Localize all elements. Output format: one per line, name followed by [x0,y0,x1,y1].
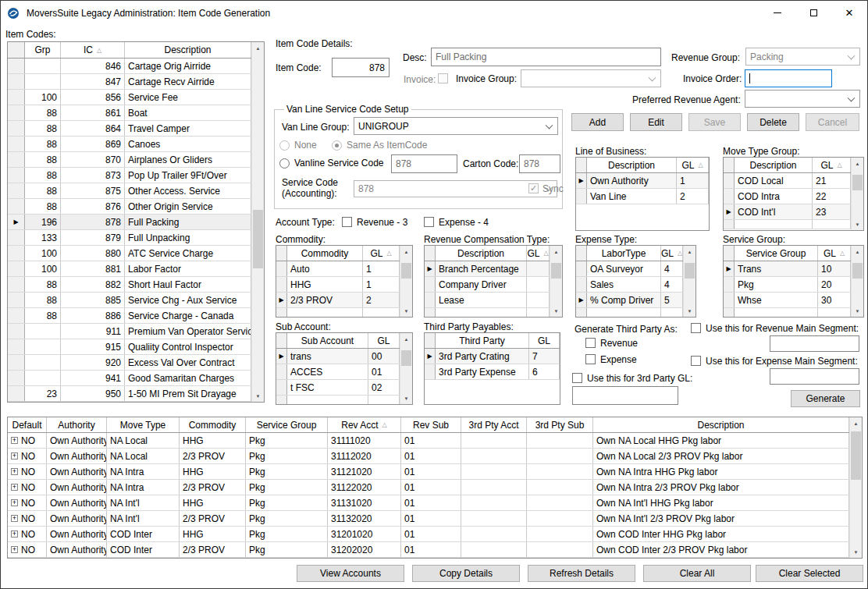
row-selector-cell[interactable] [8,137,25,151]
revenue-compensation-type-row[interactable]: Lease [425,293,562,308]
use-revenue-main-checkbox[interactable] [691,323,701,333]
cell-name[interactable]: 3rd Party Crating [436,349,529,364]
cell-gl[interactable]: 7 [529,349,560,364]
cell-ic[interactable]: 950 [61,386,125,401]
revenue-compensation-type-row[interactable]: ▶Branch Percentage [425,261,562,277]
row-selector-cell[interactable] [276,261,287,276]
cell-description[interactable]: Airplanes Or Gliders [125,152,251,167]
revenue-3-checkbox[interactable] [342,217,352,227]
cell-grp[interactable]: 100 [25,90,61,105]
cell-ic[interactable]: 876 [61,199,125,214]
cell-authority[interactable]: Own Authority [47,527,107,541]
cell-move-type[interactable]: COD Inter [107,542,180,557]
cell-gl[interactable]: 1 [677,173,709,188]
row-selector-cell[interactable] [8,74,25,89]
row-selector-cell[interactable] [724,277,735,292]
header-commodity-name[interactable]: Commodity [287,246,363,261]
cell-name[interactable]: Auto [287,261,363,276]
cell-grp[interactable]: 100 [25,261,61,276]
cell-ic[interactable]: 870 [61,152,125,167]
vertical-scrollbar[interactable]: ▲▼ [851,246,863,317]
edit-button[interactable]: Edit [630,113,682,131]
cell-commodity[interactable]: HHG [180,433,246,448]
cell-service-group[interactable]: Pkg [246,542,328,557]
row-selector-cell[interactable] [8,324,25,339]
header-gl[interactable]: GL△ [813,158,851,172]
cell-name[interactable]: 2/3 PROV [287,293,363,307]
scroll-down-icon[interactable]: ▼ [852,305,863,317]
cell-description[interactable]: Other Origin Service [125,199,251,214]
cell-grp[interactable] [25,59,61,73]
item-code-row[interactable]: ▶196878Full Packing [8,215,264,230]
cell-name[interactable]: Sales [587,277,661,292]
cell-grp[interactable]: 88 [25,168,61,183]
header-grp[interactable]: Grp [25,42,61,58]
cell-description[interactable]: Service Fee [125,90,251,105]
cell-commodity[interactable]: HHG [180,464,246,479]
cell-name[interactable]: 3rd Party Expense [436,364,529,379]
cell-default[interactable]: +NO [8,527,47,541]
cell-description[interactable]: Premium Van Operator Service [125,324,251,339]
cell-rev-acct[interactable]: 31122020 [328,480,401,495]
expander-icon[interactable]: + [11,499,18,506]
move-type-group-row[interactable]: ▶COD Int'l23 [724,204,863,220]
cell-service-group[interactable]: Pkg [246,464,328,479]
row-selector-cell[interactable]: ▶ [576,173,587,188]
cell-third-pty-acct[interactable] [461,542,527,557]
vertical-scrollbar[interactable]: ▲▼ [400,333,412,404]
scrollbar-thumb[interactable] [401,350,411,366]
cell-service-group[interactable]: Pkg [246,511,328,526]
header-description[interactable]: Description [125,42,251,58]
cell-gl[interactable]: 02 [368,380,400,395]
cell-name[interactable]: Pkg [735,277,818,292]
cell-grp[interactable]: 88 [25,293,61,307]
cell-gl[interactable]: 23 [813,204,851,219]
cell-description[interactable]: Own NA Intra HHG Pkg labor [593,464,849,479]
service-group-row[interactable]: Whse30 [724,293,863,308]
cell-rev-acct[interactable]: 31121020 [328,464,401,479]
cell-name[interactable]: COD Local [735,173,813,188]
row-selector-cell[interactable] [8,339,25,354]
row-selector-cell[interactable] [8,183,25,198]
expander-icon[interactable]: + [11,530,18,538]
expense-4-checkbox[interactable] [424,217,434,227]
cell-rev-acct[interactable]: 31132020 [328,511,401,526]
cell-grp[interactable] [25,355,61,370]
item-code-row[interactable]: 88876Other Origin Service [8,199,264,215]
row-selector-cell[interactable] [276,277,287,292]
row-selector-cell[interactable] [8,199,25,214]
scroll-down-icon[interactable]: ▼ [550,305,562,317]
accounts-row[interactable]: +NOOwn AuthorityNA Intra2/3 PROVPkg31122… [8,480,862,495]
cell-grp[interactable]: 88 [25,308,61,323]
cell-grp[interactable]: 100 [25,246,61,261]
cell-grp[interactable]: 23 [25,386,61,401]
item-code-row[interactable]: 941Good Samaritan Charges [8,371,264,386]
item-code-row[interactable]: 133879Full Unpacking [8,230,264,246]
item-code-row[interactable]: 88885Service Chg - Aux Service [8,293,264,308]
cell-description[interactable]: Own NA Int'l 2/3 PROV Pkg labor [593,511,849,526]
row-selector-cell[interactable]: ▶ [425,349,436,364]
cell-gl[interactable] [527,293,550,307]
cell-third-pty-acct[interactable] [461,495,527,510]
cell-grp[interactable] [25,74,61,89]
scroll-up-icon[interactable]: ▲ [852,246,863,257]
scroll-down-icon[interactable]: ▼ [684,305,695,317]
scroll-up-icon[interactable]: ▲ [400,246,412,257]
cell-grp[interactable]: 88 [25,277,61,292]
cell-gl[interactable]: 6 [529,364,560,379]
row-selector-cell[interactable] [425,293,436,307]
cell-move-type[interactable]: NA Int'l [107,495,180,510]
item-code-row[interactable]: 847Cartage Recv Airride [8,74,264,90]
cell-grp[interactable] [25,371,61,385]
cell-commodity[interactable]: 2/3 PROV [180,542,246,557]
sub-account-row[interactable]: ▶trans00 [276,349,412,364]
row-selector-cell[interactable] [8,293,25,307]
cell-description[interactable]: Good Samaritan Charges [125,371,251,385]
cell-third-pty-acct[interactable] [461,527,527,541]
item-code-row[interactable]: 920Excess Val Over Contract [8,355,264,371]
carton-code-input[interactable]: 878 [519,154,560,173]
generate-revenue-checkbox[interactable] [585,338,596,348]
cell-service-group[interactable]: Pkg [246,495,328,510]
third-party-payables-row[interactable]: ▶3rd Party Crating7 [425,349,560,364]
cell-gl[interactable]: 1 [363,261,400,276]
